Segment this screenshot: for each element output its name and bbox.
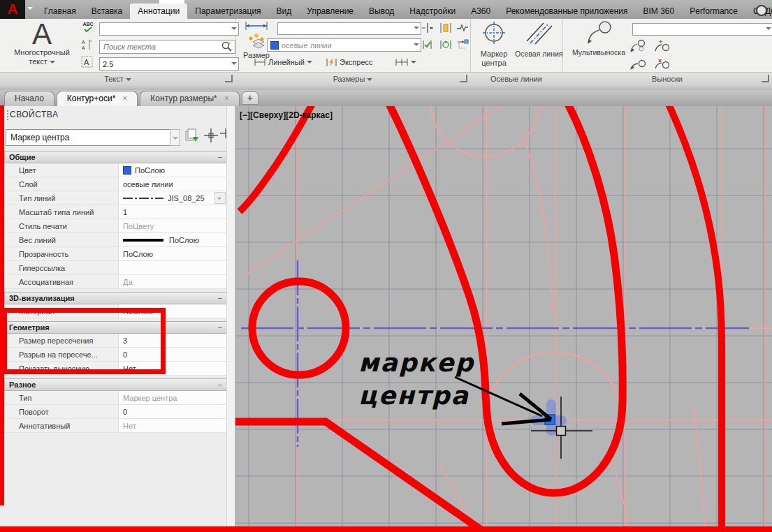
text-align-icon[interactable]: AA — [81, 38, 95, 51]
linear-dim-icon — [254, 58, 266, 66]
collapse-icon[interactable]: − — [218, 153, 222, 161]
linear-dim-button[interactable]: Линейный — [254, 56, 312, 68]
property-label: Прозрачность — [5, 247, 119, 260]
drawing-canvas[interactable]: [−][Сверху][2D-каркас] маркер центра — [235, 106, 772, 532]
centerline-label: Осевая линия — [515, 50, 561, 59]
new-tab-button[interactable]: + — [242, 91, 258, 105]
text-height-combo[interactable]: 2.5 — [99, 57, 239, 71]
ribbon-tab[interactable]: Главная — [36, 3, 84, 19]
annotation-bottom-bar — [0, 526, 772, 532]
remove-leader-icon[interactable]: + — [653, 39, 670, 56]
property-value[interactable]: осевые линии — [119, 177, 226, 191]
property-value[interactable]: Нет — [119, 419, 226, 432]
object-type-combo[interactable]: Маркер центра — [6, 129, 175, 146]
property-row: Вес линийПоСлою — [4, 233, 227, 247]
property-row: ТипМаркер центра — [4, 391, 227, 405]
collapse-icon[interactable]: − — [218, 380, 222, 389]
close-tab-icon[interactable]: × — [224, 91, 229, 106]
property-value[interactable] — [119, 261, 226, 274]
text-search-input[interactable] — [99, 40, 235, 54]
panel-label-dimensions[interactable]: Размеры — [235, 72, 470, 85]
dialog-launcher-icon[interactable] — [762, 75, 769, 82]
mtext-label: Многострочный текст — [14, 48, 70, 66]
linetype-dropdown-icon[interactable] — [214, 192, 226, 204]
dim-baseline-button[interactable] — [395, 56, 416, 68]
ribbon-tab[interactable]: Параметризация — [187, 3, 268, 19]
text-height-icon[interactable]: A — [81, 56, 95, 68]
collapse-icon[interactable]: − — [218, 323, 222, 332]
find-text-icon[interactable] — [221, 40, 233, 53]
center-mark-label: Маркер центра — [472, 50, 516, 68]
toggle-pickadd-icon[interactable] — [184, 128, 201, 145]
align-leaders-icon[interactable] — [629, 57, 646, 73]
svg-text:A: A — [82, 45, 85, 50]
add-leader-icon[interactable] — [629, 39, 646, 56]
property-value[interactable]: 1 — [119, 205, 226, 219]
property-value[interactable]: ПоСлою — [119, 163, 226, 177]
viewport-label[interactable]: [−][Сверху][2D-каркас] — [240, 110, 333, 120]
dialog-launcher-icon[interactable] — [225, 75, 233, 82]
layer-color-swatch — [270, 41, 279, 50]
adjust-space-icon[interactable] — [439, 22, 452, 36]
file-tab[interactable]: Контур размеры*× — [140, 91, 239, 106]
section-header[interactable]: 3D-визуализация− — [4, 292, 227, 304]
property-value[interactable]: ПоСлою — [119, 247, 226, 260]
property-label: Вес линий — [5, 233, 119, 246]
ribbon-tab[interactable]: Рекомендованные приложения — [498, 3, 635, 19]
mtext-button[interactable]: A Многострочный текст — [6, 20, 78, 72]
close-tab-icon[interactable]: × — [122, 91, 127, 106]
file-tab[interactable]: Контур+оси*× — [57, 91, 138, 106]
ribbon-tab[interactable]: A360 — [463, 3, 498, 19]
ribbon-tab[interactable]: Надстройки — [402, 3, 463, 19]
dim-update-icon[interactable] — [439, 39, 452, 53]
properties-scrollbar[interactable] — [226, 106, 235, 532]
dim-break-icon[interactable] — [421, 22, 434, 36]
autocad-logo-icon[interactable]: A — [0, 0, 25, 19]
dim-layer-combo[interactable]: осевые линии — [267, 38, 421, 52]
dim-inspect-icon[interactable] — [421, 39, 434, 53]
property-value[interactable]: ПоЦвету — [119, 219, 226, 232]
info-circle-icon[interactable] — [756, 5, 767, 16]
pickbox — [557, 427, 566, 436]
dim-style-combo[interactable] — [277, 22, 421, 35]
express-dim-button[interactable]: Экспресс — [326, 56, 373, 68]
collapse-icon[interactable]: − — [218, 294, 222, 302]
dim-reassociate-icon[interactable] — [456, 39, 469, 53]
ribbon-tab[interactable]: Вид — [269, 3, 300, 19]
multileader-label: Мультивыноска — [568, 48, 629, 57]
svg-text:×: × — [658, 57, 662, 64]
property-label: Слой — [5, 177, 119, 191]
ribbon-tab[interactable]: Performance — [682, 3, 745, 19]
dim-jog-icon[interactable] — [456, 22, 469, 36]
property-value[interactable]: Да — [119, 275, 226, 288]
ribbon-tab[interactable]: Вставка — [84, 3, 131, 19]
select-objects-icon[interactable] — [203, 128, 220, 145]
red-contour — [235, 106, 722, 532]
ribbon-tab[interactable]: BIM 360 — [636, 3, 683, 19]
property-row: Гиперссылка — [4, 261, 227, 275]
ribbon-tab[interactable]: Вывод — [361, 3, 402, 19]
object-type-combo-caret-icon[interactable] — [170, 129, 180, 146]
mleader-style-combo[interactable] — [632, 23, 772, 36]
property-row: Стиль печатиПоЦвету — [4, 219, 227, 233]
property-value[interactable]: 0 — [119, 405, 226, 418]
dialog-launcher-icon[interactable] — [460, 75, 467, 82]
file-tab[interactable]: Начало — [4, 91, 54, 106]
property-label: Поворот — [5, 405, 119, 418]
property-value[interactable]: JIS_08_25 — [119, 191, 226, 205]
section-header[interactable]: Общие− — [4, 151, 227, 163]
ribbon-tab[interactable]: Управление — [299, 3, 361, 19]
express-bolt-icon — [326, 57, 337, 67]
text-style-combo[interactable] — [99, 22, 239, 36]
collect-leaders-icon[interactable]: × — [653, 57, 670, 73]
section-header[interactable]: Разное− — [4, 378, 227, 391]
panel-label-text[interactable]: Текст — [0, 72, 235, 85]
property-value[interactable]: ПоСлою — [119, 233, 226, 246]
property-row: Масштаб типа линий1 — [4, 205, 227, 219]
logo-dropdown-caret-icon[interactable] — [27, 7, 33, 13]
spell-check-icon[interactable]: ABC — [81, 22, 95, 34]
property-value[interactable]: Маркер центра — [119, 391, 226, 404]
panel-label-centerlines[interactable]: Осевые линии — [470, 72, 562, 85]
panel-label-leaders[interactable]: Выноски — [562, 72, 772, 85]
ribbon-tab[interactable]: Аннотации — [130, 3, 187, 19]
